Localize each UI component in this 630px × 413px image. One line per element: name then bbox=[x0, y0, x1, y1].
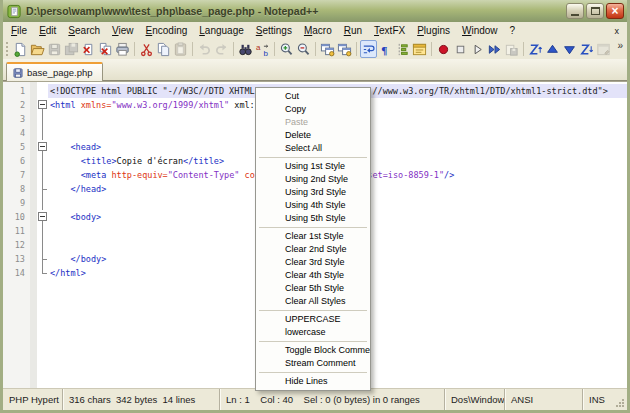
toolbar-separator bbox=[356, 42, 357, 56]
context-menu-item-clear-3rd-style[interactable]: Clear 3rd Style bbox=[256, 256, 370, 269]
copy-button[interactable] bbox=[155, 40, 172, 58]
zoom-in-button[interactable] bbox=[278, 40, 295, 58]
close-all-icon bbox=[98, 42, 113, 57]
title-bar[interactable]: D:\perso\wamp\www\test_php\base_page.php… bbox=[3, 0, 627, 22]
show-indent-guide-button[interactable] bbox=[394, 40, 411, 58]
run-macro-multiple-icon bbox=[487, 42, 502, 57]
toolbar-separator bbox=[233, 42, 234, 56]
fold-collapse-box[interactable] bbox=[38, 142, 47, 151]
minimize-button[interactable] bbox=[566, 3, 584, 19]
new-file-button[interactable] bbox=[12, 40, 29, 58]
sort-descending-button[interactable] bbox=[578, 40, 595, 58]
menu-window[interactable]: Window bbox=[456, 24, 504, 37]
menu-macro[interactable]: Macro bbox=[298, 24, 338, 37]
context-menu-item-stream-comment[interactable]: Stream Comment bbox=[256, 357, 370, 370]
context-menu-item-copy[interactable]: Copy bbox=[256, 103, 370, 116]
menu-search[interactable]: Search bbox=[62, 24, 106, 37]
menu-settings[interactable]: Settings bbox=[250, 24, 298, 37]
menu-edit[interactable]: Edit bbox=[33, 24, 62, 37]
fold-collapse-box[interactable] bbox=[38, 212, 47, 221]
find-button[interactable] bbox=[237, 40, 254, 58]
menu-[interactable]: ? bbox=[504, 24, 522, 37]
menu-file[interactable]: File bbox=[5, 24, 33, 37]
word-wrap-button[interactable] bbox=[360, 40, 377, 58]
open-file-button[interactable] bbox=[29, 40, 46, 58]
zoom-out-button[interactable] bbox=[295, 40, 312, 58]
fold-marker bbox=[37, 154, 48, 168]
context-menu-item-delete[interactable]: Delete bbox=[256, 129, 370, 142]
svg-text:b: b bbox=[263, 48, 268, 56]
line-number: 13 bbox=[3, 252, 30, 266]
fold-marker bbox=[37, 224, 48, 238]
window-title: D:\perso\wamp\www\test_php\base_page.php… bbox=[26, 5, 564, 17]
save-icon bbox=[47, 42, 62, 57]
close-file-button[interactable] bbox=[80, 40, 97, 58]
close-all-button[interactable] bbox=[97, 40, 114, 58]
plugin-panel-button bbox=[595, 40, 612, 58]
line-number: 9 bbox=[3, 196, 30, 210]
context-menu-item-clear-4th-style[interactable]: Clear 4th Style bbox=[256, 269, 370, 282]
context-menu-item-paste: Paste bbox=[256, 116, 370, 129]
syntax-txt bbox=[50, 254, 70, 264]
context-menu-item-clear-all-styles[interactable]: Clear All Styles bbox=[256, 295, 370, 308]
resize-grip[interactable] bbox=[613, 389, 627, 410]
replace-button[interactable]: ab bbox=[254, 40, 271, 58]
context-menu-item-select-all[interactable]: Select All bbox=[256, 142, 370, 155]
toolbar-grip[interactable] bbox=[6, 42, 9, 56]
menu-bar: FileEditSearchViewEncodingLanguageSettin… bbox=[3, 22, 627, 39]
play-macro-button[interactable] bbox=[469, 40, 486, 58]
stop-macro-button[interactable] bbox=[452, 40, 469, 58]
sync-horizontal-scroll-button[interactable] bbox=[336, 40, 353, 58]
toolbar-separator bbox=[315, 42, 316, 56]
cut-button[interactable] bbox=[138, 40, 155, 58]
line-number: 3 bbox=[3, 112, 30, 126]
move-down-button[interactable] bbox=[561, 40, 578, 58]
context-menu-item-using-2nd-style[interactable]: Using 2nd Style bbox=[256, 173, 370, 186]
sync-vertical-scroll-button[interactable] bbox=[319, 40, 336, 58]
context-menu-item-clear-1st-style[interactable]: Clear 1st Style bbox=[256, 230, 370, 243]
context-menu-item-using-3rd-style[interactable]: Using 3rd Style bbox=[256, 186, 370, 199]
menu-run[interactable]: Run bbox=[338, 24, 368, 37]
menu-textfx[interactable]: TextFX bbox=[368, 24, 411, 37]
document-close-button[interactable]: x bbox=[615, 26, 628, 36]
menu-view[interactable]: View bbox=[106, 24, 140, 37]
fold-collapse-box[interactable] bbox=[38, 100, 47, 109]
context-menu-item-cut[interactable]: Cut bbox=[256, 90, 370, 103]
context-menu-item-using-5th-style[interactable]: Using 5th Style bbox=[256, 212, 370, 225]
context-menu-item-using-4th-style[interactable]: Using 4th Style bbox=[256, 199, 370, 212]
context-menu-item-clear-2nd-style[interactable]: Clear 2nd Style bbox=[256, 243, 370, 256]
syntax-txt bbox=[50, 156, 81, 166]
bookmark-margin bbox=[30, 224, 37, 238]
show-all-characters-button[interactable]: ¶ bbox=[377, 40, 394, 58]
tab-base-page-php[interactable]: base_page.php bbox=[6, 62, 103, 81]
user-define-dialog-button[interactable] bbox=[411, 40, 428, 58]
fold-marker[interactable] bbox=[37, 140, 48, 154]
run-macro-multiple-button[interactable] bbox=[486, 40, 503, 58]
context-menu-item-uppercase[interactable]: UPPERCASE bbox=[256, 313, 370, 326]
context-menu-item-toggle-block-comment[interactable]: Toggle Block Comment bbox=[256, 344, 370, 357]
menu-plugins[interactable]: Plugins bbox=[411, 24, 456, 37]
print-button[interactable] bbox=[114, 40, 131, 58]
toolbar-overflow-chevron[interactable]: » bbox=[617, 39, 623, 51]
context-menu-item-using-1st-style[interactable]: Using 1st Style bbox=[256, 160, 370, 173]
line-number: 14 bbox=[3, 266, 30, 280]
save-button bbox=[46, 40, 63, 58]
menu-encoding[interactable]: Encoding bbox=[140, 24, 194, 37]
close-button[interactable]: × bbox=[606, 3, 624, 19]
redo-button bbox=[213, 40, 230, 58]
move-up-button[interactable] bbox=[544, 40, 561, 58]
status-caret-position: Ln : 1 Col : 40 Sel : 0 (0 bytes) in 0 r… bbox=[220, 389, 445, 410]
context-menu-item-hide-lines[interactable]: Hide Lines bbox=[256, 375, 370, 388]
context-menu-item-clear-5th-style[interactable]: Clear 5th Style bbox=[256, 282, 370, 295]
menu-language[interactable]: Language bbox=[193, 24, 250, 37]
record-macro-button[interactable] bbox=[435, 40, 452, 58]
context-menu-item-lowercase[interactable]: lowercase bbox=[256, 326, 370, 339]
fold-marker[interactable] bbox=[37, 210, 48, 224]
maximize-button[interactable] bbox=[586, 3, 604, 19]
syntax-tag: <html bbox=[50, 100, 81, 110]
plugin-panel-icon bbox=[596, 42, 611, 57]
fold-marker[interactable] bbox=[37, 98, 48, 112]
cut-icon bbox=[139, 42, 154, 57]
sort-ascending-button[interactable] bbox=[527, 40, 544, 58]
svg-text:a: a bbox=[256, 42, 261, 51]
